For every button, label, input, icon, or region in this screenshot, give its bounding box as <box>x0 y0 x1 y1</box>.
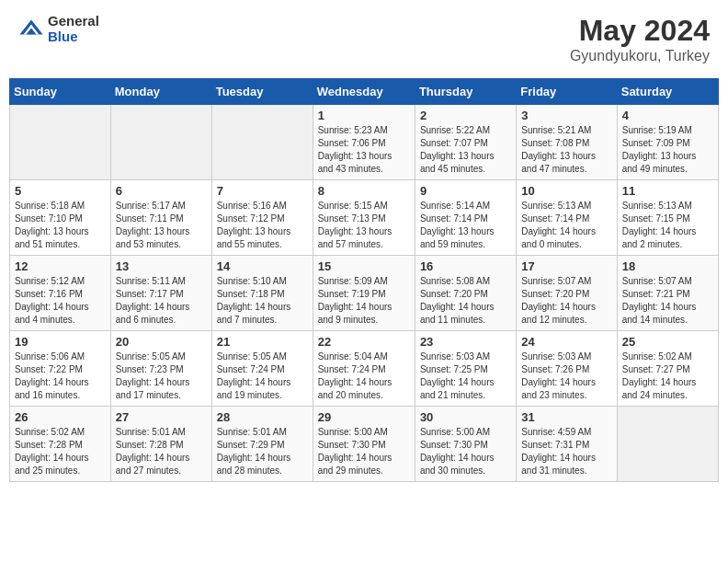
calendar-week-row: 12Sunrise: 5:12 AM Sunset: 7:16 PM Dayli… <box>10 256 719 331</box>
day-info: Sunrise: 5:07 AM Sunset: 7:20 PM Dayligh… <box>521 275 611 327</box>
calendar-cell: 18Sunrise: 5:07 AM Sunset: 7:21 PM Dayli… <box>617 256 718 331</box>
calendar-cell <box>10 105 111 180</box>
weekday-header-friday: Friday <box>517 79 617 105</box>
logo-icon <box>18 17 44 42</box>
day-number: 1 <box>318 109 410 122</box>
day-info: Sunrise: 5:08 AM Sunset: 7:20 PM Dayligh… <box>420 275 511 327</box>
day-info: Sunrise: 5:12 AM Sunset: 7:16 PM Dayligh… <box>15 275 106 327</box>
day-info: Sunrise: 5:00 AM Sunset: 7:30 PM Dayligh… <box>420 426 511 477</box>
calendar-week-row: 19Sunrise: 5:06 AM Sunset: 7:22 PM Dayli… <box>10 331 719 407</box>
calendar-cell: 9Sunrise: 5:14 AM Sunset: 7:14 PM Daylig… <box>415 180 516 256</box>
day-info: Sunrise: 5:13 AM Sunset: 7:14 PM Dayligh… <box>521 200 611 251</box>
weekday-header-tuesday: Tuesday <box>211 79 313 105</box>
day-info: Sunrise: 5:23 AM Sunset: 7:06 PM Dayligh… <box>318 124 410 176</box>
day-number: 27 <box>116 410 207 424</box>
title-block: May 2024 Gyundyukoru, Turkey <box>570 14 710 64</box>
calendar-cell: 27Sunrise: 5:01 AM Sunset: 7:28 PM Dayli… <box>110 407 211 482</box>
day-info: Sunrise: 5:15 AM Sunset: 7:13 PM Dayligh… <box>318 200 410 251</box>
day-number: 19 <box>15 335 106 349</box>
day-number: 24 <box>521 335 611 349</box>
day-number: 9 <box>420 184 511 198</box>
day-info: Sunrise: 5:05 AM Sunset: 7:23 PM Dayligh… <box>116 350 207 402</box>
calendar-cell: 5Sunrise: 5:18 AM Sunset: 7:10 PM Daylig… <box>10 180 111 256</box>
day-number: 18 <box>622 259 713 273</box>
calendar-cell: 31Sunrise: 4:59 AM Sunset: 7:31 PM Dayli… <box>517 407 617 482</box>
day-info: Sunrise: 5:13 AM Sunset: 7:15 PM Dayligh… <box>622 200 713 251</box>
calendar-cell: 23Sunrise: 5:03 AM Sunset: 7:25 PM Dayli… <box>415 331 516 407</box>
day-info: Sunrise: 5:03 AM Sunset: 7:25 PM Dayligh… <box>420 350 511 402</box>
logo-general-text: General <box>48 14 99 29</box>
day-info: Sunrise: 5:10 AM Sunset: 7:18 PM Dayligh… <box>217 275 308 327</box>
day-info: Sunrise: 5:06 AM Sunset: 7:22 PM Dayligh… <box>15 350 106 402</box>
calendar-cell: 16Sunrise: 5:08 AM Sunset: 7:20 PM Dayli… <box>415 256 516 331</box>
calendar-cell: 19Sunrise: 5:06 AM Sunset: 7:22 PM Dayli… <box>10 331 111 407</box>
calendar-cell: 17Sunrise: 5:07 AM Sunset: 7:20 PM Dayli… <box>517 256 617 331</box>
calendar-cell: 12Sunrise: 5:12 AM Sunset: 7:16 PM Dayli… <box>10 256 111 331</box>
day-info: Sunrise: 5:11 AM Sunset: 7:17 PM Dayligh… <box>116 275 207 327</box>
calendar-title: May 2024 <box>570 14 710 48</box>
calendar-cell: 10Sunrise: 5:13 AM Sunset: 7:14 PM Dayli… <box>517 180 617 256</box>
day-info: Sunrise: 5:02 AM Sunset: 7:27 PM Dayligh… <box>622 350 713 402</box>
day-number: 7 <box>217 184 308 198</box>
calendar-cell: 22Sunrise: 5:04 AM Sunset: 7:24 PM Dayli… <box>313 331 415 407</box>
day-number: 21 <box>217 335 308 349</box>
calendar-cell: 13Sunrise: 5:11 AM Sunset: 7:17 PM Dayli… <box>110 256 211 331</box>
day-number: 31 <box>521 410 611 424</box>
calendar-cell: 11Sunrise: 5:13 AM Sunset: 7:15 PM Dayli… <box>617 180 718 256</box>
calendar-cell: 26Sunrise: 5:02 AM Sunset: 7:28 PM Dayli… <box>10 407 111 482</box>
day-number: 2 <box>420 109 511 122</box>
weekday-header-saturday: Saturday <box>617 79 718 105</box>
day-info: Sunrise: 5:01 AM Sunset: 7:29 PM Dayligh… <box>217 426 308 477</box>
day-number: 30 <box>420 410 511 424</box>
calendar-cell: 6Sunrise: 5:17 AM Sunset: 7:11 PM Daylig… <box>110 180 211 256</box>
day-number: 12 <box>15 259 106 273</box>
calendar-cell: 28Sunrise: 5:01 AM Sunset: 7:29 PM Dayli… <box>211 407 313 482</box>
weekday-header-row: SundayMondayTuesdayWednesdayThursdayFrid… <box>10 79 719 105</box>
day-info: Sunrise: 5:16 AM Sunset: 7:12 PM Dayligh… <box>217 200 308 251</box>
calendar-week-row: 26Sunrise: 5:02 AM Sunset: 7:28 PM Dayli… <box>10 407 719 482</box>
calendar-cell: 29Sunrise: 5:00 AM Sunset: 7:30 PM Dayli… <box>313 407 415 482</box>
day-number: 23 <box>420 335 511 349</box>
day-info: Sunrise: 5:18 AM Sunset: 7:10 PM Dayligh… <box>15 200 106 251</box>
day-number: 22 <box>318 335 410 349</box>
logo: General Blue <box>18 14 99 44</box>
day-info: Sunrise: 5:02 AM Sunset: 7:28 PM Dayligh… <box>15 426 106 477</box>
day-number: 14 <box>217 259 308 273</box>
day-number: 25 <box>622 335 713 349</box>
calendar-cell: 24Sunrise: 5:03 AM Sunset: 7:26 PM Dayli… <box>517 331 617 407</box>
weekday-header-thursday: Thursday <box>415 79 516 105</box>
day-number: 15 <box>318 259 410 273</box>
day-info: Sunrise: 5:01 AM Sunset: 7:28 PM Dayligh… <box>116 426 207 477</box>
day-info: Sunrise: 5:21 AM Sunset: 7:08 PM Dayligh… <box>521 124 611 176</box>
day-number: 10 <box>521 184 611 198</box>
day-number: 5 <box>15 184 106 198</box>
calendar-week-row: 5Sunrise: 5:18 AM Sunset: 7:10 PM Daylig… <box>10 180 719 256</box>
calendar-table: SundayMondayTuesdayWednesdayThursdayFrid… <box>9 78 719 482</box>
day-info: Sunrise: 4:59 AM Sunset: 7:31 PM Dayligh… <box>521 426 611 477</box>
logo-text: General Blue <box>48 14 99 44</box>
calendar-cell: 30Sunrise: 5:00 AM Sunset: 7:30 PM Dayli… <box>415 407 516 482</box>
calendar-cell: 15Sunrise: 5:09 AM Sunset: 7:19 PM Dayli… <box>313 256 415 331</box>
day-info: Sunrise: 5:17 AM Sunset: 7:11 PM Dayligh… <box>116 200 207 251</box>
day-info: Sunrise: 5:09 AM Sunset: 7:19 PM Dayligh… <box>318 275 410 327</box>
day-number: 29 <box>318 410 410 424</box>
day-info: Sunrise: 5:14 AM Sunset: 7:14 PM Dayligh… <box>420 200 511 251</box>
day-info: Sunrise: 5:04 AM Sunset: 7:24 PM Dayligh… <box>318 350 410 402</box>
day-info: Sunrise: 5:22 AM Sunset: 7:07 PM Dayligh… <box>420 124 511 176</box>
day-number: 26 <box>15 410 106 424</box>
logo-blue-text: Blue <box>48 29 99 45</box>
day-number: 3 <box>521 109 611 122</box>
day-info: Sunrise: 5:07 AM Sunset: 7:21 PM Dayligh… <box>622 275 713 327</box>
header: General Blue May 2024 Gyundyukoru, Turke… <box>9 9 719 69</box>
calendar-cell: 25Sunrise: 5:02 AM Sunset: 7:27 PM Dayli… <box>617 331 718 407</box>
calendar-cell: 3Sunrise: 5:21 AM Sunset: 7:08 PM Daylig… <box>517 105 617 180</box>
day-number: 16 <box>420 259 511 273</box>
calendar-cell: 1Sunrise: 5:23 AM Sunset: 7:06 PM Daylig… <box>313 105 415 180</box>
day-number: 20 <box>116 335 207 349</box>
calendar-week-row: 1Sunrise: 5:23 AM Sunset: 7:06 PM Daylig… <box>10 105 719 180</box>
calendar-cell: 14Sunrise: 5:10 AM Sunset: 7:18 PM Dayli… <box>211 256 313 331</box>
weekday-header-monday: Monday <box>110 79 211 105</box>
calendar-cell: 2Sunrise: 5:22 AM Sunset: 7:07 PM Daylig… <box>415 105 516 180</box>
calendar-cell <box>617 407 718 482</box>
day-number: 8 <box>318 184 410 198</box>
